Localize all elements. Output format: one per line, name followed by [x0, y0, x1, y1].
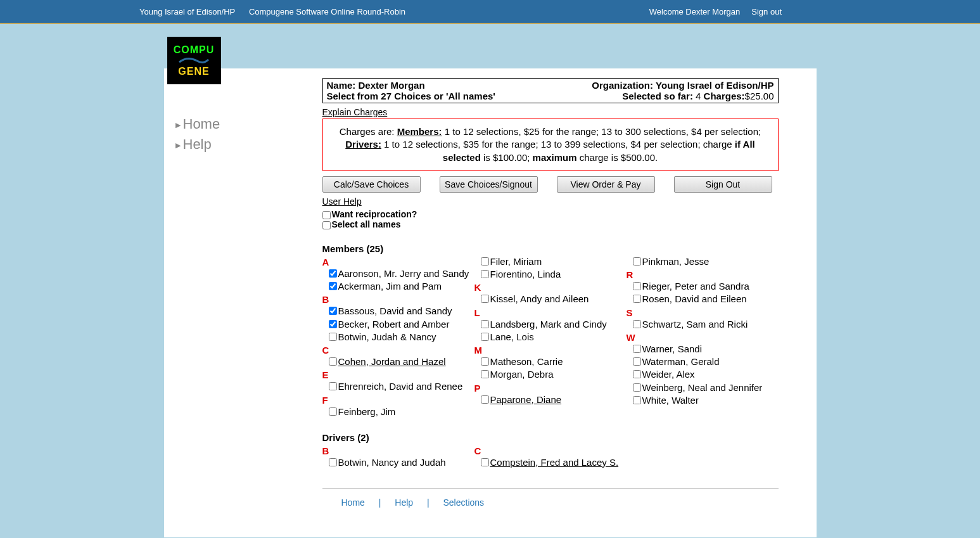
member-name: Weider, Alex — [642, 368, 695, 381]
member-name: Ehrenreich, David and Renee — [338, 380, 463, 393]
name-label: Name: — [327, 80, 356, 91]
member-name: Schwartz, Sam and Ricki — [642, 318, 748, 331]
member-checkbox[interactable] — [329, 333, 337, 341]
member-item: Waterman, Gerald — [633, 355, 779, 368]
member-checkbox[interactable] — [481, 370, 489, 378]
member-checkbox[interactable] — [633, 295, 641, 303]
member-checkbox[interactable] — [329, 357, 337, 366]
member-name[interactable]: Compstein, Fred and Lacey S. — [490, 456, 619, 469]
member-checkbox[interactable] — [329, 320, 337, 328]
explain-charges-link[interactable]: Explain Charges — [322, 107, 388, 117]
member-item: Kissel, Andy and Aileen — [481, 293, 627, 305]
charges-label: Charges: — [704, 91, 745, 101]
letter-heading: P — [474, 383, 627, 394]
member-name: Becker, Robert and Amber — [338, 318, 450, 331]
letter-heading: S — [627, 307, 779, 318]
footer-help-link[interactable]: Help — [395, 497, 413, 508]
letter-heading: R — [627, 269, 779, 280]
member-name: Rieger, Peter and Sandra — [642, 280, 749, 293]
member-name: Weinberg, Neal and Jennifer — [642, 381, 763, 394]
member-name: Fiorentino, Linda — [490, 268, 561, 281]
member-checkbox[interactable] — [633, 357, 641, 366]
member-checkbox[interactable] — [633, 396, 641, 404]
topbar-org-link[interactable]: Young Israel of Edison/HP — [139, 7, 235, 16]
member-item: Weinberg, Neal and Jennifer — [633, 381, 779, 394]
member-checkbox[interactable] — [329, 307, 337, 315]
footer-selections-link[interactable]: Selections — [443, 497, 485, 508]
members-columns: AAaronson, Mr. Jerry and SandyAckerman, … — [322, 255, 779, 418]
info-box: Name: Dexter Morgan Organization: Young … — [322, 78, 779, 103]
member-name: Morgan, Debra — [490, 368, 554, 381]
member-item: Cohen, Jordan and Hazel — [329, 355, 474, 368]
select-all-names-label: Select all names — [332, 219, 401, 229]
member-checkbox[interactable] — [481, 357, 489, 366]
user-help-link[interactable]: User Help — [322, 196, 362, 207]
charges-box: Charges are: Members: 1 to 12 selections… — [322, 118, 779, 171]
member-checkbox[interactable] — [633, 345, 641, 353]
member-checkbox[interactable] — [633, 282, 641, 290]
want-reciprocation-checkbox[interactable] — [322, 211, 331, 219]
member-name: Warner, Sandi — [642, 343, 703, 355]
save-signout-button[interactable]: Save Choices/Signout — [440, 176, 538, 193]
button-row: Calc/Save Choices Save Choices/Signout V… — [322, 176, 779, 193]
member-checkbox[interactable] — [329, 382, 337, 390]
member-item: White, Walter — [633, 394, 779, 407]
member-checkbox[interactable] — [329, 269, 337, 278]
member-name[interactable]: Paparone, Diane — [490, 394, 562, 406]
member-checkbox[interactable] — [481, 270, 489, 278]
member-item: Lane, Lois — [481, 331, 627, 343]
topbar-signout-link[interactable]: Sign out — [751, 7, 782, 16]
triangle-icon: ▶ — [175, 141, 181, 149]
member-item: Ehrenreich, David and Renee — [329, 380, 474, 393]
member-checkbox[interactable] — [481, 320, 489, 328]
member-name: Pinkman, Jesse — [642, 255, 710, 268]
member-checkbox[interactable] — [329, 407, 337, 416]
member-checkbox[interactable] — [481, 333, 489, 341]
member-item: Landsberg, Mark and Cindy — [481, 318, 627, 331]
member-name: Lane, Lois — [490, 331, 534, 343]
member-checkbox[interactable] — [329, 282, 337, 290]
member-checkbox[interactable] — [633, 383, 641, 392]
name-value: Dexter Morgan — [359, 80, 425, 91]
org-value: Young Israel of Edison/HP — [656, 80, 773, 91]
letter-heading: C — [474, 445, 627, 456]
member-checkbox[interactable] — [633, 370, 641, 378]
org-label: Organization: — [592, 80, 653, 91]
sidebar-help-link[interactable]: ▶Help — [175, 136, 302, 153]
member-name: Landsberg, Mark and Cindy — [490, 318, 607, 331]
member-checkbox[interactable] — [329, 458, 337, 466]
member-name: Aaronson, Mr. Jerry and Sandy — [338, 267, 469, 280]
member-checkbox[interactable] — [481, 295, 489, 303]
letter-heading: L — [474, 307, 627, 318]
member-name: Ackerman, Jim and Pam — [338, 280, 442, 293]
member-item: Ackerman, Jim and Pam — [329, 280, 474, 293]
member-name: Botwin, Judah & Nancy — [338, 331, 436, 343]
member-checkbox[interactable] — [481, 257, 489, 266]
member-name: Feinberg, Jim — [338, 406, 396, 418]
member-item: Paparone, Diane — [481, 394, 627, 406]
member-item: Schwartz, Sam and Ricki — [633, 318, 779, 331]
logo-swoosh-icon — [178, 57, 210, 65]
footer-home-link[interactable]: Home — [341, 497, 365, 508]
member-checkbox[interactable] — [481, 458, 489, 466]
member-item: Filer, Miriam — [481, 255, 627, 268]
want-reciprocation-label: Want reciprocation? — [332, 209, 417, 219]
letter-heading: M — [474, 345, 627, 355]
member-item: Weider, Alex — [633, 368, 779, 381]
member-checkbox[interactable] — [481, 395, 489, 404]
sign-out-button[interactable]: Sign Out — [674, 176, 772, 193]
letter-heading: E — [322, 369, 474, 380]
member-checkbox[interactable] — [633, 320, 641, 328]
member-name[interactable]: Cohen, Jordan and Hazel — [338, 355, 446, 368]
view-order-button[interactable]: View Order & Pay — [557, 176, 655, 193]
calc-save-button[interactable]: Calc/Save Choices — [322, 176, 421, 193]
topbar-app-link[interactable]: Compugene Software Online Round-Robin — [249, 7, 405, 16]
letter-heading: W — [627, 332, 779, 343]
member-name: Waterman, Gerald — [642, 355, 720, 368]
member-checkbox[interactable] — [633, 257, 641, 266]
member-item: Becker, Robert and Amber — [329, 318, 474, 331]
letter-heading: F — [322, 395, 474, 406]
sidebar-home-link[interactable]: ▶Home — [175, 116, 302, 132]
letter-heading: C — [322, 345, 474, 355]
select-all-names-checkbox[interactable] — [322, 221, 331, 229]
